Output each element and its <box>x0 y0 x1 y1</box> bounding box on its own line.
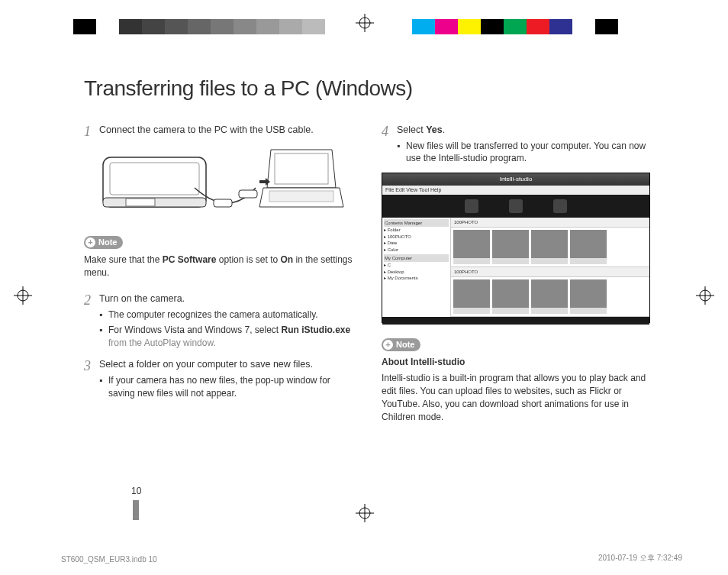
step-number: 2 <box>84 292 99 349</box>
note-label: Note <box>98 237 117 248</box>
step-number: 3 <box>84 358 99 399</box>
step-4: 4 Select Yes. ▪New files will be transfe… <box>382 124 656 165</box>
step-text: Turn on the camera. <box>99 292 359 306</box>
step-number: 4 <box>382 124 397 165</box>
step-text: Connect the camera to the PC with the US… <box>99 124 359 138</box>
step-3-sub-1: ▪If your camera has no new files, the po… <box>99 374 359 400</box>
registration-mark-icon <box>696 286 714 309</box>
left-column: 1 Connect the camera to the PC with the … <box>84 124 359 423</box>
step-4-sub-1: ▪New files will be transferred to your c… <box>397 140 656 166</box>
manual-page: Transferring files to a PC (Windows) 1 C… <box>84 76 656 423</box>
svg-rect-16 <box>214 199 232 207</box>
svg-rect-15 <box>126 199 155 206</box>
step-text: Select Yes. <box>397 124 656 137</box>
step-3: 3 Select a folder on your computer to sa… <box>84 358 359 399</box>
step-number: 1 <box>84 124 99 138</box>
plus-icon: + <box>383 340 393 350</box>
step-2-sub-2: ▪For Windows Vista and Windows 7, select… <box>99 324 359 350</box>
note-badge: + Note <box>382 338 420 351</box>
step-1: 1 Connect the camera to the PC with the … <box>84 124 359 138</box>
plus-icon: + <box>85 237 95 247</box>
svg-rect-18 <box>275 153 328 184</box>
svg-rect-19 <box>269 191 333 202</box>
color-calibration-bar-right <box>412 19 618 34</box>
footer-timestamp: 2010-07-19 오후 7:32:49 <box>598 553 682 564</box>
right-column: 4 Select Yes. ▪New files will be transfe… <box>382 124 656 423</box>
step-2: 2 Turn on the camera. ▪The computer reco… <box>84 292 359 349</box>
note-1-text: Make sure that the PC Software option is… <box>84 254 359 279</box>
registration-mark-icon <box>356 504 374 527</box>
app-menubar: File Edit View Tool Help <box>382 186 649 195</box>
page-number: 10 <box>131 486 141 496</box>
page-title: Transferring files to a PC (Windows) <box>84 76 656 101</box>
page-number-bar <box>133 500 139 520</box>
footer-filename: ST600_QSM_EUR3.indb 10 <box>61 555 157 564</box>
registration-mark-icon <box>14 286 32 309</box>
registration-mark-icon <box>356 14 374 37</box>
step-text: Select a folder on your computer to save… <box>99 358 359 372</box>
camera-usb-laptop-illustration <box>99 146 359 227</box>
intelli-studio-screenshot: Intelli-studio File Edit View Tool Help … <box>382 173 650 323</box>
svg-rect-17 <box>239 190 257 198</box>
app-toolbar <box>382 195 649 218</box>
svg-rect-14 <box>110 163 199 195</box>
note-badge: + Note <box>84 236 123 249</box>
note-2-body: Intelli-studio is a built-in program tha… <box>382 372 656 423</box>
color-calibration-bar-left <box>73 19 325 34</box>
note-2-heading: About Intelli-studio <box>382 356 656 369</box>
note-label: Note <box>396 339 414 350</box>
step-2-sub-1: ▪The computer recognizes the camera auto… <box>99 308 359 321</box>
app-titlebar: Intelli-studio <box>382 173 649 186</box>
app-main: 100PHOTO 100PHOTO <box>451 218 649 317</box>
app-sidebar: Contents Manager ▸ Folder▸ 100PHOTO▸ Dat… <box>382 218 451 317</box>
